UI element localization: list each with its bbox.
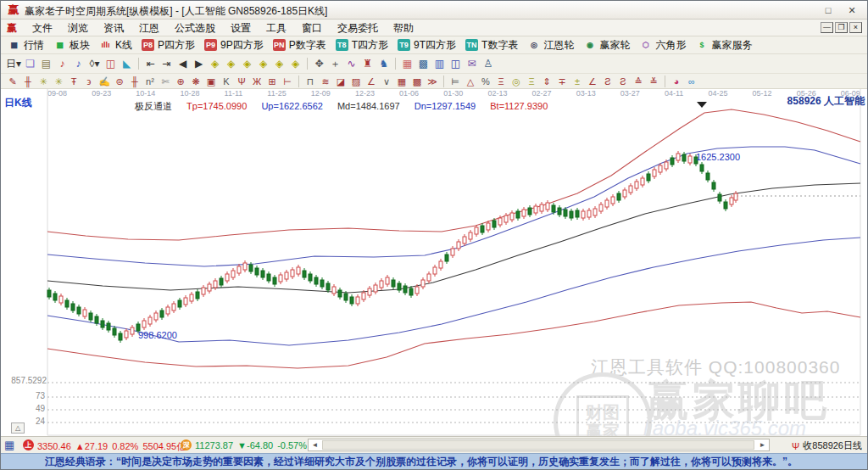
draw-tool-icon[interactable]: n² [143,76,157,87]
close-button[interactable]: ✕ [842,3,862,17]
horizontal-scrollbar[interactable]: ◄ ► [308,439,770,451]
draw-tool-icon[interactable]: Ƨ [616,76,630,87]
shanghai-index-quote[interactable]: 3350.46▲27.190.82%5504.95亿 [37,440,190,453]
draw-tool-icon[interactable]: ∓ [555,76,569,87]
menu-item[interactable]: 帮助 [386,20,421,36]
mdi-minimize-button[interactable]: — [821,22,833,33]
draw-tool-icon[interactable]: ▨ [349,76,363,87]
nav-tool-icon[interactable]: ◈ [224,57,238,70]
main-toolbar-button[interactable]: $赢家服务 [692,37,755,53]
draw-tool-icon[interactable]: ∨ [380,76,393,87]
nav-tool-icon[interactable]: ❏ [23,57,37,70]
draw-tool-icon[interactable]: K [220,76,233,87]
menu-item[interactable]: 设置 [223,20,259,36]
nav-tool-icon[interactable]: ▤ [39,57,53,70]
nav-tool-icon[interactable]: ✥ [312,57,326,70]
nav-tool-icon[interactable]: ◫ [448,57,463,70]
menu-item[interactable]: 工具 [259,20,294,36]
draw-tool-icon[interactable]: ϶ [82,76,96,87]
draw-tool-icon[interactable]: ⊕ [174,76,187,87]
nav-tool-icon[interactable]: ♪ [55,57,70,70]
nav-tool-icon[interactable]: ◈ [256,57,270,70]
draw-tool-icon[interactable]: ◎ [509,76,523,87]
nav-tool-icon[interactable]: ◣ [120,57,134,70]
scroll-right-icon[interactable]: ► [757,440,768,450]
nav-tool-icon[interactable]: ▦ [400,57,415,70]
nav-tool-icon[interactable]: ♜ [360,57,375,70]
scroll-left-icon[interactable]: ◄ [309,440,320,450]
chart-area[interactable]: 江恩工具软件 QQ:100800360 赢家聊吧 liaoba.vic365.c… [1,89,868,436]
main-toolbar-button[interactable]: ▩板块 [50,37,93,53]
nav-tool-icon[interactable]: ＋ [328,57,342,70]
draw-tool-icon[interactable]: ⇕ [540,76,554,87]
draw-tool-icon[interactable]: Ж [250,76,264,87]
quote-grid-icon[interactable]: ▦ [4,439,14,451]
draw-tool-icon[interactable]: ± [570,76,584,87]
draw-tool-icon[interactable]: ✄ [159,76,172,87]
main-toolbar-button[interactable]: ◎江恩轮 [524,37,577,53]
nav-tool-icon[interactable]: ♪ [71,57,86,70]
nav-tool-icon[interactable]: ∿ [344,57,359,70]
draw-tool-icon[interactable]: ∠ [364,76,378,87]
draw-tool-icon[interactable]: ✍ [97,76,111,87]
menu-item[interactable]: 窗口 [294,20,330,36]
nav-tool-icon[interactable]: ◫ [103,57,118,70]
draw-tool-icon[interactable]: ✎ [6,76,19,87]
draw-tool-icon[interactable]: ≫ [426,76,439,87]
menu-item[interactable]: 公式选股 [167,20,223,36]
draw-tool-icon[interactable]: Ξ [494,76,508,87]
draw-tool-icon[interactable]: ⊓ [303,76,317,87]
draw-tool-icon[interactable]: ✳ [36,76,50,87]
nav-tool-icon[interactable]: ♞ [376,57,391,70]
nav-tool-icon[interactable]: ◊▾ [87,57,102,70]
draw-tool-icon[interactable]: Ƨ [601,76,615,87]
menu-item[interactable]: 交易委托 [330,20,386,36]
main-toolbar-button[interactable]: TNT数字表 [462,37,521,53]
draw-tool-icon[interactable]: ◕ [670,76,683,87]
main-toolbar-button[interactable]: ▦行情 [4,37,47,53]
draw-tool-icon[interactable]: △ [464,76,477,87]
nav-tool-icon[interactable]: ▶ [192,57,206,70]
draw-tool-icon[interactable]: Ŧ [67,76,81,87]
nav-tool-icon[interactable]: ▥ [432,57,447,70]
price-chart[interactable] [1,89,868,436]
draw-tool-icon[interactable]: ▩ [410,76,424,87]
panel-expander-button[interactable]: △ [11,422,25,434]
nav-tool-icon[interactable]: 日▾ [6,57,21,70]
nav-tool-icon[interactable]: ♙ [481,57,495,70]
nav-tool-icon[interactable]: ▩ [416,57,431,70]
main-toolbar-button[interactable]: ıllıK线 [96,37,136,53]
period-tab[interactable]: 日K线 [4,96,32,110]
menu-item[interactable]: 文件 [25,20,60,36]
draw-tool-icon[interactable]: % [479,76,492,87]
draw-tool-icon[interactable]: ◪ [334,76,348,87]
nav-tool-icon[interactable]: ◈ [240,57,254,70]
main-toolbar-button[interactable]: PNP数字表 [270,37,330,53]
draw-tool-icon[interactable]: ⊜ [113,76,126,87]
main-toolbar-button[interactable]: ⬡六角形 [636,37,689,53]
draw-tool-icon[interactable]: ≚ [647,76,660,87]
main-toolbar-button[interactable]: P8P四方形 [138,37,198,53]
draw-tool-icon[interactable]: ╫ [21,76,35,87]
draw-tool-icon[interactable]: ╫ [128,76,142,87]
menu-item[interactable]: 浏览 [60,20,96,36]
draw-tool-icon[interactable]: ≋ [319,76,332,87]
nav-tool-icon[interactable]: ✉ [465,57,479,70]
main-toolbar-button[interactable]: T8T四方形 [332,37,392,53]
draw-tool-icon[interactable]: ✳ [52,76,65,87]
nav-tool-icon[interactable]: ⇤ [143,57,158,70]
scrollbar-thumb[interactable] [322,440,754,450]
draw-tool-icon[interactable]: ▦ [395,76,409,87]
nav-tool-icon[interactable]: ⇥ [159,57,174,70]
draw-tool-icon[interactable]: ∠ [586,76,599,87]
main-toolbar-button[interactable]: T99T四方形 [394,37,459,53]
draw-tool-icon[interactable]: ⊞ [265,76,279,87]
draw-tool-icon[interactable]: ⊢ [281,76,294,87]
mdi-close-button[interactable]: × [849,22,862,33]
nav-tool-icon[interactable]: ◈ [208,57,222,70]
draw-tool-icon[interactable]: ▣ [204,76,218,87]
draw-tool-icon[interactable]: ∞ [685,76,698,87]
draw-tool-icon[interactable]: Ξ [525,76,538,87]
nav-tool-icon[interactable]: ◀ [175,57,190,70]
menu-item[interactable]: 江恩 [131,20,167,36]
